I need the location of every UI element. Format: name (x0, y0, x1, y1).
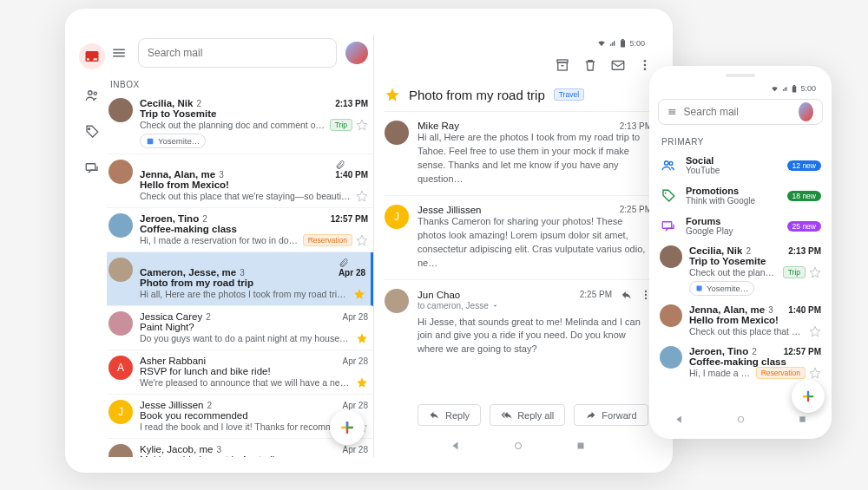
thread-message[interactable]: Jun Chao 2:25 PM to cameron, Jesse Hi Je… (385, 280, 652, 366)
mail-item[interactable]: Kylie, Jacob, me 3 Apr 28 Making a big i… (107, 439, 373, 457)
reply-button[interactable]: Reply (418, 404, 481, 426)
mail-item[interactable]: Jenna, Alan, me31:40 PM Hello from Mexic… (658, 300, 823, 342)
android-nav-bar (658, 408, 823, 430)
phone-search-input[interactable] (658, 99, 823, 125)
mail-item[interactable]: A Asher Rabbani Apr 28 RSVP for lunch an… (107, 350, 373, 395)
reply-all-button[interactable]: Reply all (490, 404, 565, 426)
signal-icon (782, 85, 788, 93)
delete-icon[interactable] (582, 57, 598, 73)
sender-name: Cecilia, Nik (140, 98, 193, 108)
mail-tag[interactable]: Reservation (756, 367, 806, 379)
nav-home-icon[interactable] (736, 415, 746, 424)
mail-snippet: Hi, I made a reservation for two in down… (140, 235, 299, 245)
section-label-primary: PRIMARY (658, 130, 823, 150)
nav-home-icon[interactable] (513, 441, 523, 451)
email-list-pane: INBOX Cecilia, Nik 2 2:13 PM Trip to Yos… (107, 35, 374, 457)
mail-item[interactable]: Cameron, Jesse, me 3 Apr 28 Photo from m… (107, 252, 373, 306)
message-body: Thanks Cameron for sharing your photos! … (418, 215, 652, 271)
thread-message[interactable]: J Jesse Jillissen 2:25 PM Thanks Cameron… (385, 196, 652, 280)
compose-fab[interactable] (330, 410, 365, 445)
thread-tag[interactable]: Travel (554, 88, 584, 101)
category-badge: 18 new (787, 191, 821, 201)
sender-avatar (660, 304, 682, 327)
sender-name: Cecilia, Nik (689, 245, 742, 256)
star-icon[interactable] (353, 288, 365, 300)
star-icon[interactable] (356, 234, 368, 246)
thread-count: 3 (216, 445, 221, 454)
message-recipients[interactable]: to cameron, Jesse (418, 301, 652, 310)
nav-people-icon[interactable] (82, 85, 102, 106)
menu-icon[interactable] (667, 106, 677, 118)
mail-tag[interactable]: Reservation (303, 234, 352, 246)
message-time: 2:13 PM (620, 121, 652, 131)
nav-back-icon[interactable] (450, 441, 461, 451)
mail-time: Apr 28 (339, 258, 365, 278)
android-nav-bar (385, 434, 652, 457)
svg-point-1 (94, 92, 96, 95)
reply-bar: Reply Reply all Forward (385, 404, 652, 429)
mail-item[interactable]: Jeroen, Tino212:57 PM Coffee-making clas… (658, 342, 823, 383)
svg-rect-6 (622, 39, 625, 40)
attachment-chip[interactable]: Yosemite… (140, 134, 206, 148)
thread-count: 2 (196, 99, 201, 108)
mail-subject: Trip to Yosemite (140, 108, 368, 119)
category-row[interactable]: SocialYouTube 12 new (658, 150, 823, 180)
category-row[interactable]: ForumsGoogle Play 25 new (658, 211, 823, 241)
mail-subject: RSVP for lunch and bike ride! (140, 366, 368, 376)
mail-tag[interactable]: Trip (330, 119, 352, 131)
star-icon[interactable] (356, 376, 368, 389)
sender-name: Cameron, Jesse, me (140, 267, 236, 278)
svg-point-0 (89, 91, 93, 95)
mail-item[interactable]: Cecilia, Nik22:13 PM Trip to Yosemite Ch… (658, 241, 823, 300)
category-list: SocialYouTube 12 new PromotionsThink wit… (658, 150, 823, 241)
search-input[interactable] (138, 38, 337, 68)
category-sub: Google Play (686, 226, 779, 236)
mail-subject: Making a big impact in Australia (140, 454, 368, 457)
account-avatar[interactable] (799, 102, 813, 121)
nav-recent-icon[interactable] (798, 415, 807, 424)
mail-item[interactable]: Jenna, Alan, me 3 1:40 PM Hello from Mex… (107, 154, 373, 208)
more-icon[interactable] (638, 58, 652, 72)
reply-icon[interactable] (621, 289, 633, 301)
nav-back-icon[interactable] (674, 415, 684, 424)
star-icon[interactable] (356, 190, 368, 202)
nav-inbox-icon[interactable] (79, 43, 105, 69)
mark-unread-icon[interactable] (610, 57, 626, 73)
thread-star-icon[interactable] (385, 87, 400, 102)
star-icon[interactable] (809, 266, 821, 278)
svg-rect-24 (799, 416, 805, 421)
section-label-inbox: INBOX (107, 75, 373, 93)
archive-icon[interactable] (555, 57, 570, 73)
compose-fab[interactable] (792, 380, 825, 413)
attachment-chip[interactable]: Yosemite… (689, 281, 754, 296)
star-icon[interactable] (356, 119, 368, 131)
mail-item[interactable]: Cecilia, Nik 2 2:13 PM Trip to Yosemite … (107, 93, 373, 154)
chevron-down-icon (491, 302, 499, 310)
thread-count: 3 (219, 170, 224, 180)
account-avatar[interactable] (345, 42, 368, 64)
star-icon[interactable] (809, 367, 821, 379)
category-sub: YouTube (686, 166, 779, 175)
mail-subject: Trip to Yosemite (689, 256, 821, 266)
nav-forums-icon[interactable] (82, 158, 102, 179)
mail-item[interactable]: Jeroen, Tino 2 12:57 PM Coffee-making cl… (107, 208, 373, 252)
sender-avatar (385, 289, 409, 313)
star-icon[interactable] (356, 332, 368, 344)
svg-rect-22 (697, 286, 702, 291)
nav-promotions-icon[interactable] (82, 121, 102, 142)
message-sender: Mike Ray (418, 121, 459, 131)
nav-recent-icon[interactable] (575, 441, 586, 451)
mail-subject: Photo from my road trip (140, 278, 365, 288)
forward-button[interactable]: Forward (574, 404, 648, 426)
star-icon[interactable] (809, 325, 821, 337)
mail-subject: Hello from Mexico! (689, 315, 821, 325)
thread-message[interactable]: Mike Ray 2:13 PM Hi all, Here are the ph… (385, 112, 652, 196)
menu-icon[interactable] (108, 45, 129, 61)
sender-avatar: J (385, 205, 409, 229)
message-body: Hi all, Here are the photos I took from … (418, 131, 652, 186)
category-row[interactable]: PromotionsThink with Google 18 new (658, 180, 823, 211)
category-icon (660, 218, 677, 235)
mail-item[interactable]: Jessica Carey 2 Apr 28 Paint Night? Do y… (107, 306, 373, 350)
mail-tag[interactable]: Trip (783, 266, 806, 278)
sender-avatar (385, 121, 409, 145)
